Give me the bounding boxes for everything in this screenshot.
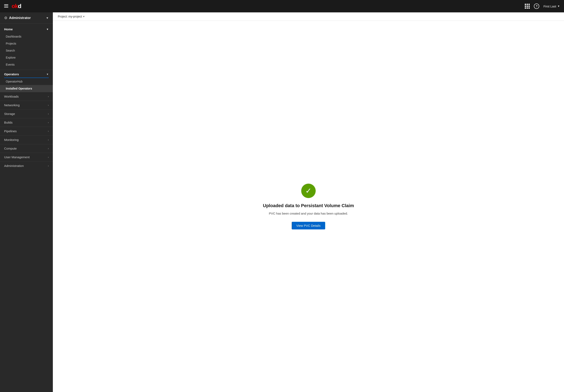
- user-management-label: User Management: [4, 155, 29, 159]
- storage-label: Storage: [4, 112, 15, 116]
- home-label: Home: [4, 27, 13, 31]
- sidebar-item-installed-operators[interactable]: Installed Operators: [0, 85, 53, 92]
- administration-label: Administration: [4, 164, 24, 168]
- user-management-chevron-icon: ›: [48, 156, 49, 159]
- home-section: Home ▼ Dashboards Projects Search Explor…: [0, 24, 53, 70]
- gear-icon: ⚙: [4, 16, 7, 20]
- sidebar-item-pipelines[interactable]: Pipelines ›: [0, 127, 53, 135]
- sidebar-item-workloads[interactable]: Workloads ›: [0, 92, 53, 101]
- sidebar-item-events[interactable]: Events: [0, 61, 53, 68]
- project-label-text: Project:: [58, 15, 68, 18]
- workloads-label: Workloads: [4, 95, 19, 98]
- grid-dot: [527, 7, 528, 9]
- hamburger-menu[interactable]: [4, 4, 8, 9]
- operators-section-header[interactable]: Operators ▼: [0, 70, 53, 78]
- success-icon: ✓: [301, 184, 316, 198]
- project-dropdown-button[interactable]: ▾: [83, 15, 85, 18]
- svg-rect-2: [4, 7, 8, 8]
- right-panel: Project: my-project ▾ ✓ Uploaded data to…: [53, 12, 564, 392]
- sidebar-item-administration[interactable]: Administration ›: [0, 161, 53, 170]
- app-logo: okd: [12, 3, 21, 10]
- sidebar-item-compute[interactable]: Compute ›: [0, 144, 53, 153]
- svg-rect-1: [4, 6, 8, 6]
- home-section-header[interactable]: Home ▼: [0, 25, 53, 33]
- grid-dot: [527, 6, 528, 7]
- project-bar: Project: my-project ▾: [53, 12, 564, 21]
- view-pvc-details-button[interactable]: View PVC Details: [292, 222, 325, 230]
- svg-rect-0: [4, 4, 8, 5]
- workloads-chevron-icon: ›: [48, 95, 49, 98]
- admin-chevron-icon: ▼: [46, 16, 49, 20]
- administration-chevron-icon: ›: [48, 164, 49, 167]
- sidebar-item-networking[interactable]: Networking ›: [0, 101, 53, 109]
- sidebar-item-user-management[interactable]: User Management ›: [0, 153, 53, 161]
- success-message: PVC has been created and your data has b…: [269, 212, 348, 215]
- sidebar-item-operatorhub[interactable]: OperatorHub: [0, 78, 53, 85]
- sidebar-item-explore[interactable]: Explore: [0, 54, 53, 61]
- pipelines-chevron-icon: ›: [48, 130, 49, 133]
- help-button[interactable]: ?: [534, 3, 539, 9]
- grid-dot: [525, 6, 526, 7]
- main-content: ✓ Uploaded data to Persistant Volume Cla…: [53, 21, 564, 392]
- operators-items: OperatorHub Installed Operators: [0, 78, 53, 92]
- user-name: First Last: [543, 4, 556, 8]
- sidebar-item-builds[interactable]: Builds ›: [0, 118, 53, 127]
- sidebar-item-storage[interactable]: Storage ›: [0, 109, 53, 118]
- grid-dot: [528, 6, 530, 7]
- user-menu[interactable]: First Last ▼: [543, 4, 560, 8]
- admin-label: Administrator: [9, 16, 31, 20]
- sidebar-item-dashboards[interactable]: Dashboards: [0, 33, 53, 40]
- app-launcher-button[interactable]: [525, 4, 530, 9]
- sidebar-item-search[interactable]: Search: [0, 47, 53, 54]
- operators-label: Operators: [4, 72, 19, 76]
- project-name-value: my-project: [68, 15, 82, 18]
- grid-dot: [525, 4, 526, 5]
- monitoring-label: Monitoring: [4, 138, 19, 142]
- success-title: Uploaded data to Persistant Volume Claim: [263, 203, 354, 208]
- networking-label: Networking: [4, 103, 20, 107]
- compute-chevron-icon: ›: [48, 147, 49, 150]
- top-navigation: okd ? First Last ▼: [0, 0, 564, 12]
- admin-label-group: ⚙ Administrator: [4, 16, 31, 20]
- compute-label: Compute: [4, 147, 17, 150]
- checkmark-icon: ✓: [305, 187, 311, 195]
- user-dropdown-icon: ▼: [557, 5, 560, 8]
- storage-chevron-icon: ›: [48, 112, 49, 115]
- grid-dot: [528, 4, 530, 5]
- sidebar: ⚙ Administrator ▼ Home ▼ Dashboards Proj…: [0, 12, 53, 392]
- logo-ok-text: ok: [12, 3, 18, 10]
- home-items: Dashboards Projects Search Explore Event…: [0, 33, 53, 68]
- main-layout: ⚙ Administrator ▼ Home ▼ Dashboards Proj…: [0, 12, 564, 392]
- grid-dot: [525, 7, 526, 9]
- builds-chevron-icon: ›: [48, 121, 49, 124]
- operators-chevron-icon: ▼: [46, 73, 49, 76]
- sidebar-item-projects[interactable]: Projects: [0, 40, 53, 47]
- success-panel: ✓ Uploaded data to Persistant Volume Cla…: [53, 21, 564, 392]
- grid-dot: [527, 4, 528, 5]
- grid-dot: [528, 7, 530, 9]
- admin-perspective-selector[interactable]: ⚙ Administrator ▼: [0, 12, 53, 24]
- builds-label: Builds: [4, 121, 13, 124]
- networking-chevron-icon: ›: [48, 104, 49, 107]
- pipelines-label: Pipelines: [4, 129, 17, 133]
- home-chevron-icon: ▼: [46, 28, 49, 31]
- operators-section: Operators ▼ OperatorHub Installed Operat…: [0, 70, 53, 92]
- topnav-right-section: ? First Last ▼: [525, 3, 560, 9]
- sidebar-item-monitoring[interactable]: Monitoring ›: [0, 135, 53, 144]
- monitoring-chevron-icon: ›: [48, 138, 49, 141]
- collapsed-nav-sections: Workloads › Networking › Storage › Build…: [0, 92, 53, 170]
- logo-d-text: d: [18, 3, 21, 10]
